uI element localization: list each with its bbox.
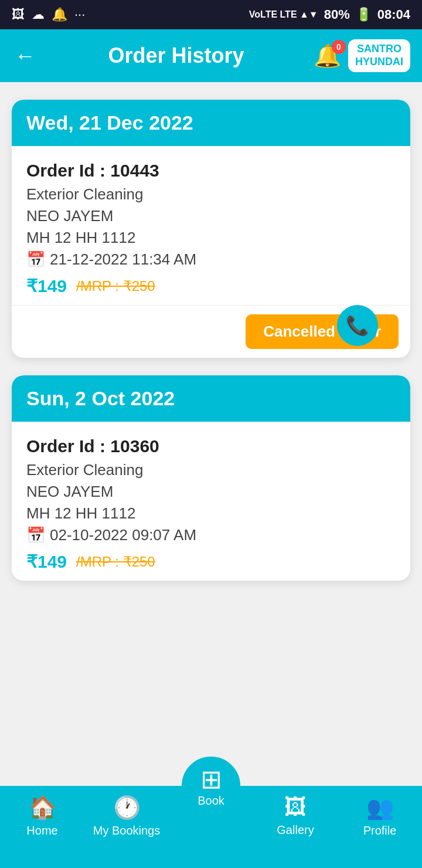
call-button-1[interactable]: 📞 (337, 305, 378, 346)
price-current-2: ₹149 (26, 551, 67, 572)
profile-icon: 👥 (366, 795, 394, 820)
order-id-2: Order Id : 10360 (26, 436, 331, 456)
price-current-1: ₹149 (26, 276, 67, 296)
price-section-1: ₹149 /MRP : ₹250 (26, 276, 331, 296)
gallery-icon: 🖼 (284, 795, 307, 820)
order-date-header-1: Wed, 21 Dec 2022 (12, 100, 410, 146)
brand-button[interactable]: SANTRO HYUNDAI (348, 39, 410, 72)
brand-line2: HYUNDAI (355, 56, 403, 69)
book-bubble: ⊞ Book (182, 757, 240, 815)
order-vehicle-2: MH 12 HH 1112 (26, 504, 331, 523)
order-service-2: Exterior Cleaning (26, 461, 331, 479)
page-title: Order History (50, 43, 302, 68)
phone-icon-1: 📞 (346, 314, 369, 337)
notification-button[interactable]: 🔔 0 (314, 43, 341, 69)
bell-icon: 🔔 (52, 7, 67, 22)
price-section-2: ₹149 /MRP : ₹250 (26, 551, 331, 572)
price-mrp-1: /MRP : ₹250 (76, 278, 155, 294)
status-bar-right: VoLTE LTE ▲▼ 80% 🔋 08:04 (249, 7, 410, 22)
book-label: Book (198, 794, 224, 808)
nav-item-book[interactable]: ⊞ Book (169, 786, 253, 815)
order-customer-1: NEO JAYEM (26, 207, 331, 225)
signal-text: VoLTE LTE ▲▼ (249, 9, 318, 20)
home-label: Home (26, 824, 57, 838)
order-service-1: Exterior Cleaning (26, 185, 331, 204)
time-text: 08:04 (377, 7, 410, 22)
order-body-1: Order Id : 10443 Exterior Cleaning NEO J… (26, 161, 396, 296)
bookings-icon: 🕐 (113, 795, 141, 820)
nav-item-gallery[interactable]: 🖼 Gallery (253, 795, 338, 837)
gallery-label: Gallery (277, 823, 314, 837)
order-card-2: Sun, 2 Oct 2022 Order Id : 10360 Exterio… (12, 375, 410, 581)
order-card-1: Wed, 21 Dec 2022 Order Id : 10443 Exteri… (12, 100, 410, 358)
back-button[interactable]: ← (12, 40, 39, 71)
status-bar: 🖼 ☁ 🔔 ··· VoLTE LTE ▲▼ 80% 🔋 08:04 (0, 0, 422, 29)
cloud-icon: ☁ (32, 7, 45, 22)
image-icon: 🖼 (12, 7, 25, 22)
main-content: Wed, 21 Dec 2022 Order Id : 10443 Exteri… (0, 82, 422, 786)
bottom-nav: 🏠 Home 🕐 My Bookings ⊞ Book 🖼 Gallery 👥 … (0, 786, 422, 868)
order-datetime-2: 📅 02-10-2022 09:07 AM (26, 526, 331, 544)
home-icon: 🏠 (29, 795, 56, 820)
order-date-1: Wed, 21 Dec 2022 (26, 111, 193, 134)
order-customer-2: NEO JAYEM (26, 483, 331, 501)
datetime-text-1: 21-12-2022 11:34 AM (50, 250, 196, 269)
status-bar-left: 🖼 ☁ 🔔 ··· (12, 7, 85, 22)
calendar-icon-1: 📅 (26, 250, 45, 269)
top-nav: ← Order History 🔔 0 SANTRO HYUNDAI (0, 29, 422, 82)
nav-item-bookings[interactable]: 🕐 My Bookings (84, 795, 169, 838)
nav-item-home[interactable]: 🏠 Home (0, 795, 84, 838)
order-datetime-1: 📅 21-12-2022 11:34 AM (26, 250, 331, 269)
order-vehicle-1: MH 12 HH 1112 (26, 229, 331, 247)
order-date-header-2: Sun, 2 Oct 2022 (12, 375, 410, 422)
price-mrp-2: /MRP : ₹250 (76, 554, 155, 570)
calendar-icon-2: 📅 (26, 526, 45, 544)
profile-label: Profile (363, 824, 397, 838)
order-details-2: Order Id : 10360 Exterior Cleaning NEO J… (12, 422, 410, 572)
notification-badge: 0 (332, 40, 346, 54)
order-details-1: Order Id : 10443 Exterior Cleaning NEO J… (12, 146, 410, 296)
nav-item-profile[interactable]: 👥 Profile (338, 795, 422, 838)
battery-text: 80% (324, 7, 350, 22)
book-icon: ⊞ (200, 764, 222, 794)
battery-icon: 🔋 (356, 7, 372, 22)
bottom-nav-items: 🏠 Home 🕐 My Bookings ⊞ Book 🖼 Gallery 👥 … (0, 795, 422, 838)
order-id-1: Order Id : 10443 (26, 161, 331, 181)
nav-right: 🔔 0 SANTRO HYUNDAI (314, 39, 410, 72)
order-body-2: Order Id : 10360 Exterior Cleaning NEO J… (26, 436, 396, 572)
more-icon: ··· (74, 7, 85, 22)
brand-line1: SANTRO (355, 43, 403, 56)
order-date-2: Sun, 2 Oct 2022 (26, 387, 175, 409)
bookings-label: My Bookings (93, 824, 161, 838)
datetime-text-2: 02-10-2022 09:07 AM (50, 526, 196, 544)
